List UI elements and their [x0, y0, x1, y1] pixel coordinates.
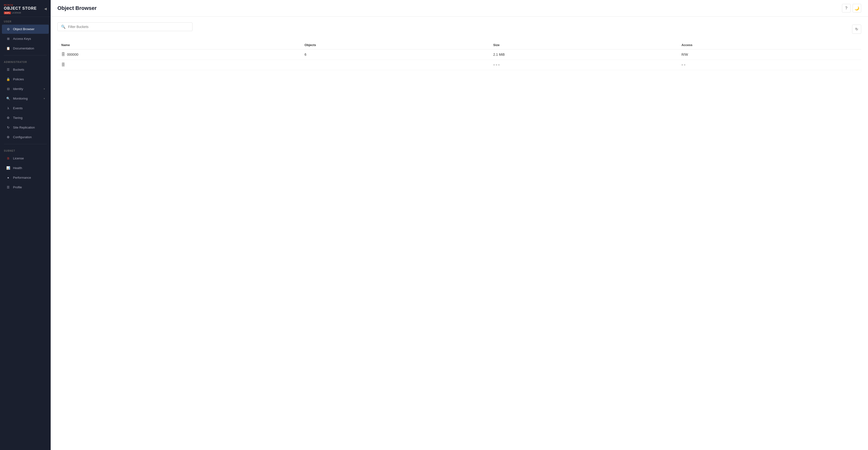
bucket-icon: 🗄: [61, 52, 65, 57]
sidebar-item-label: Buckets: [13, 68, 24, 71]
search-input[interactable]: [68, 25, 189, 29]
cell-access: [678, 60, 861, 70]
profile-icon: ☰: [6, 185, 11, 190]
logo-objectstore: OBJECT STORE: [4, 6, 37, 11]
cell-name: 🗄 000000: [57, 50, 301, 60]
bucket-table-body: 🗄 000000 6 2.1 MiB R/W 🗄: [57, 50, 861, 70]
documentation-icon: 📋: [6, 46, 11, 51]
refresh-button[interactable]: ↻: [852, 25, 861, 34]
content-area: 🔍 ↻ Name Objects Size Access 🗄 000: [51, 17, 868, 450]
sidebar-item-documentation[interactable]: 📋 Documentation: [2, 44, 49, 53]
sidebar-item-health[interactable]: 📊 Health: [2, 163, 49, 173]
sidebar-item-label: Configuration: [13, 135, 32, 139]
sidebar-item-label: Performance: [13, 176, 31, 180]
cell-objects: 6: [301, 50, 489, 60]
bucket-table: Name Objects Size Access 🗄 000000 6 2.1 …: [57, 41, 861, 70]
logo-text: minio OBJECT STORE AGPL LICENSE: [4, 3, 37, 14]
chevron-down-icon: ▾: [44, 97, 45, 100]
events-icon: λ: [6, 106, 11, 111]
bucket-icon: 🗄: [61, 63, 65, 67]
admin-section-label: Administrator: [0, 57, 51, 65]
sidebar-item-label: License: [13, 157, 24, 160]
site-replication-icon: ↻: [6, 125, 11, 130]
logo-license: LICENSE: [12, 11, 21, 14]
theme-button[interactable]: 🌙: [852, 4, 861, 12]
sidebar-item-label: Monitoring: [13, 97, 28, 100]
col-size: Size: [490, 41, 678, 50]
col-access: Access: [678, 41, 861, 50]
sidebar-item-label: Events: [13, 106, 23, 110]
identity-icon: ⊟: [6, 87, 11, 91]
sidebar-item-object-browser[interactable]: ⊙ Object Browser: [2, 25, 49, 34]
sidebar-item-performance[interactable]: ● Performance: [2, 173, 49, 182]
search-icon: 🔍: [61, 25, 66, 29]
divider-2: [4, 144, 47, 144]
buckets-icon: ☰: [6, 67, 11, 72]
header: Object Browser ? 🌙: [51, 0, 868, 17]
loading-indicator: [493, 64, 674, 66]
sidebar-item-buckets[interactable]: ☰ Buckets: [2, 65, 49, 74]
sidebar-item-events[interactable]: λ Events: [2, 104, 49, 113]
sidebar-item-label: Health: [13, 166, 22, 170]
logo-agpl: AGPL: [4, 11, 11, 14]
sidebar-item-identity[interactable]: ⊟ Identity ▾: [2, 85, 49, 94]
cell-access: R/W: [678, 50, 861, 60]
sidebar-item-label: Tiering: [13, 116, 23, 120]
sidebar-item-site-replication[interactable]: ↻ Site Replication: [2, 123, 49, 132]
sidebar-item-tiering[interactable]: ⚙ Tiering: [2, 114, 49, 123]
tiering-icon: ⚙: [6, 116, 11, 120]
sidebar: minio OBJECT STORE AGPL LICENSE ◀ User ⊙…: [0, 0, 51, 450]
policies-icon: 🔒: [6, 77, 11, 82]
sidebar-item-license[interactable]: 🗎 License: [2, 154, 49, 163]
sidebar-item-monitoring[interactable]: 🔍 Monitoring ▾: [2, 94, 49, 103]
sidebar-item-policies[interactable]: 🔒 Policies: [2, 75, 49, 84]
sidebar-item-access-keys[interactable]: ⊞ Access Keys: [2, 34, 49, 43]
page-title: Object Browser: [57, 5, 97, 11]
logo-minio: minio: [4, 3, 37, 6]
object-browser-icon: ⊙: [6, 27, 11, 32]
cell-size: 2.1 MiB: [490, 50, 678, 60]
loading-indicator: [682, 64, 857, 66]
license-icon: 🗎: [6, 156, 11, 161]
search-row: 🔍 ↻: [57, 23, 861, 36]
sidebar-item-configuration[interactable]: ⚙ Configuration: [2, 133, 49, 142]
table-row[interactable]: 🗄 000000 6 2.1 MiB R/W: [57, 50, 861, 60]
col-objects: Objects: [301, 41, 489, 50]
logo-area: minio OBJECT STORE AGPL LICENSE ◀: [0, 0, 51, 17]
sidebar-item-label: Identity: [13, 87, 23, 91]
performance-icon: ●: [6, 175, 11, 180]
sidebar-item-label: Access Keys: [13, 37, 31, 40]
search-bar[interactable]: 🔍: [57, 23, 192, 31]
monitoring-icon: 🔍: [6, 96, 11, 101]
sidebar-item-label: Documentation: [13, 46, 34, 50]
subnet-section-label: Subnet: [0, 146, 51, 154]
cell-size: [490, 60, 678, 70]
sidebar-item-label: Site Replication: [13, 126, 35, 129]
cell-objects: [301, 60, 489, 70]
header-actions: ? 🌙: [842, 4, 861, 12]
sidebar-item-profile[interactable]: ☰ Profile: [2, 183, 49, 192]
sidebar-item-label: Profile: [13, 186, 22, 189]
sidebar-item-label: Policies: [13, 77, 24, 81]
user-section-label: User: [0, 17, 51, 24]
collapse-button[interactable]: ◀: [44, 7, 47, 11]
sidebar-item-label: Object Browser: [13, 27, 34, 31]
divider-1: [4, 55, 47, 56]
col-name: Name: [57, 41, 301, 50]
access-keys-icon: ⊞: [6, 36, 11, 41]
chevron-down-icon: ▾: [44, 88, 45, 90]
main-area: Object Browser ? 🌙 🔍 ↻ Name Objects Size…: [51, 0, 868, 450]
health-icon: 📊: [6, 166, 11, 170]
cell-name: 🗄: [57, 60, 301, 70]
configuration-icon: ⚙: [6, 135, 11, 140]
table-row[interactable]: 🗄: [57, 60, 861, 70]
help-button[interactable]: ?: [842, 4, 850, 12]
